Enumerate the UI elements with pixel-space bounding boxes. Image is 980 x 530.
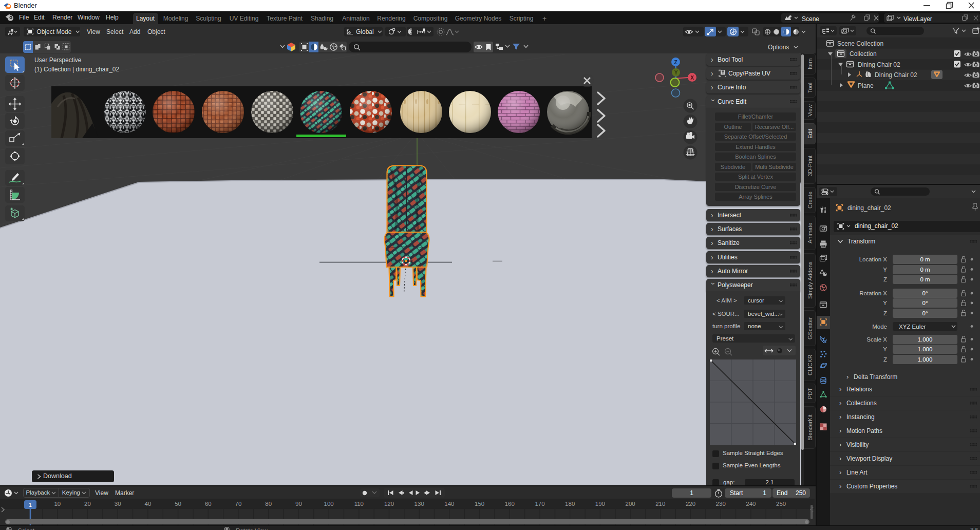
svg-text:Rotation X: Rotation X (859, 290, 887, 296)
svg-text:240: 240 (746, 501, 756, 507)
svg-text:Rotate View: Rotate View (236, 527, 268, 530)
svg-text:90: 90 (295, 501, 302, 507)
svg-text:120: 120 (384, 501, 394, 507)
svg-text:Y: Y (883, 267, 887, 273)
svg-text:230: 230 (716, 501, 726, 507)
svg-text:Scene Collection: Scene Collection (837, 40, 883, 47)
svg-text:1: 1 (29, 502, 32, 508)
svg-text:250: 250 (776, 501, 786, 507)
svg-text:Dining Chair 02: Dining Chair 02 (858, 61, 900, 68)
svg-text:Collection: Collection (850, 50, 877, 58)
svg-text:Y: Y (883, 300, 887, 306)
svg-text:Z: Z (883, 310, 887, 316)
svg-text:160: 160 (505, 501, 515, 507)
svg-text:180: 180 (565, 501, 575, 507)
svg-text:210: 210 (655, 501, 665, 507)
svg-text:Y: Y (883, 346, 887, 352)
svg-text:50: 50 (175, 501, 181, 507)
svg-text:190: 190 (595, 501, 605, 507)
svg-text:200: 200 (626, 501, 635, 507)
svg-text:130: 130 (414, 501, 424, 507)
svg-text:Dining Chair 02: Dining Chair 02 (875, 71, 917, 79)
svg-text:Y: Y (674, 70, 678, 75)
svg-text:70: 70 (235, 501, 242, 507)
svg-text:60: 60 (205, 501, 212, 507)
svg-text:Location X: Location X (859, 256, 888, 262)
svg-text:100: 100 (324, 501, 334, 507)
svg-text:X: X (690, 75, 694, 81)
svg-text:Z: Z (883, 356, 887, 363)
svg-text:10: 10 (54, 501, 61, 507)
svg-text:150: 150 (475, 501, 484, 507)
svg-text:40: 40 (145, 501, 152, 507)
svg-text:20: 20 (84, 501, 91, 507)
svg-text:140: 140 (444, 501, 454, 507)
svg-text:80: 80 (265, 501, 272, 507)
svg-text:XYZ Euler: XYZ Euler (899, 324, 926, 330)
svg-text:Z: Z (883, 276, 887, 282)
svg-text:Z: Z (674, 60, 677, 65)
svg-text:30: 30 (115, 501, 121, 507)
svg-text:Select: Select (18, 527, 35, 530)
svg-text:170: 170 (535, 501, 544, 507)
svg-text:110: 110 (354, 501, 364, 507)
svg-text:Scale X: Scale X (866, 336, 887, 343)
svg-text:220: 220 (686, 501, 695, 507)
svg-text:Plane: Plane (858, 82, 874, 89)
svg-text:Mode: Mode (872, 324, 887, 330)
